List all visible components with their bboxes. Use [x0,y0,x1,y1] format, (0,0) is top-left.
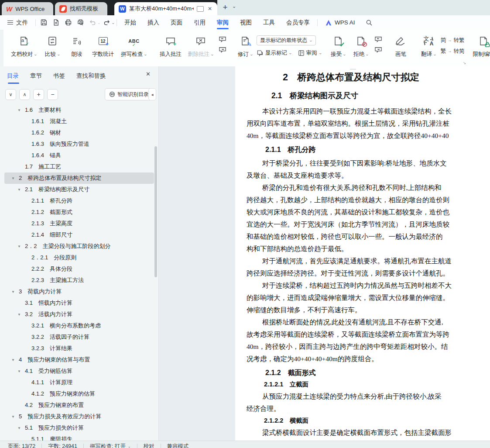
toc-item[interactable]: 2．2.1分段原则 [4,252,154,263]
page-indicator[interactable]: 页面: 13/72 [0,443,41,448]
toc-item[interactable]: 2.2.3主梁施工方法 [4,275,154,286]
next-comment-icon[interactable] [218,46,227,53]
toc-item[interactable]: ▼4.1受力钢筋估算 [4,365,154,377]
expand-arrow-icon[interactable]: ▼ [11,290,15,294]
sidebar-tab-find-replace[interactable]: 查找和替换 [76,72,106,84]
toc-item[interactable]: 2.1.1桥孔分跨 [4,195,154,207]
toc-item[interactable]: 4.1.1计算原理 [4,377,154,388]
show-markup-button[interactable]: 显示标记⌄ [257,49,292,57]
expand-arrow-icon[interactable]: ▼ [17,108,21,112]
delete-comment-button[interactable]: 删除批注⌄ [185,30,216,58]
sidebar-tab-bookmarks[interactable]: 书签 [53,72,65,84]
expand-arrow-icon[interactable]: ▼ [17,426,21,430]
toc-item[interactable]: 2.2.2具体分段 [4,263,154,275]
menu-tab-reference[interactable]: 引用 [188,15,211,30]
tab-list-chevron-icon[interactable]: ⌄ [232,3,236,9]
simplified-to-traditional-button[interactable]: 简→ 转繁 [440,36,464,44]
spellcheck-toggle[interactable]: 拼写检查: 打开⌄ [84,443,137,448]
tab-wps-home[interactable]: W WPS Office [2,2,53,15]
toc-item[interactable]: ▼2桥跨总体布置及结构尺寸拟定 [4,172,154,184]
toc-item[interactable]: ▼5预应力损失及有效应力的计算 [4,411,154,422]
compatibility-mode-indicator[interactable]: 兼容模式 [161,443,195,448]
toc-item[interactable]: 1.6.2钢材 [4,127,154,138]
restrict-editing-button[interactable]: 限制编辑 [469,30,490,58]
print-preview-button[interactable] [75,17,86,28]
proofread-button[interactable]: a ✓ 文档校对⌄ [8,30,40,58]
toc-item[interactable]: ▼4预应力钢束的估算与布置 [4,354,154,365]
review-pane-button[interactable]: 审阅⌄ [298,49,322,57]
next-revision-icon[interactable] [374,46,383,53]
undo-chevron-icon[interactable]: ⌄ [97,21,101,25]
toc-item[interactable]: 3.2.1横向分布系数的考虑 [4,320,154,331]
toc-item[interactable]: 3.2.3计算结果 [4,343,154,354]
menu-tab-membership[interactable]: 会员专享 [281,15,315,30]
undo-button[interactable] [87,17,98,28]
sidebar-scrollbar[interactable] [154,146,157,277]
redo-chevron-icon[interactable]: ⌄ [112,21,115,25]
menu-tab-page[interactable]: 页面 [165,15,188,30]
collapse-all-button[interactable]: ∧ [19,89,30,100]
toc-item[interactable]: 3.2.2活载因子的计算 [4,331,154,343]
toc-item[interactable]: 1.7施工工艺 [4,161,154,172]
mark-state-select[interactable]: 显示标记的最终状态⌄ [257,35,316,45]
toc-item[interactable]: ▼5.1预应力损失的计算 [4,422,154,434]
menu-tab-view[interactable]: 视图 [234,15,257,30]
proofread-status[interactable]: 校对 [137,443,161,448]
close-sidebar-icon[interactable]: ✕ [146,71,151,77]
tab-docer-templates[interactable]: 找稻壳模板 [55,2,107,15]
toc-item[interactable]: 1.6.3纵向预应力管道 [4,138,154,150]
compare-button[interactable]: 比较⌄ [40,30,65,58]
paragraph-drag-handle-icon[interactable] [340,75,343,80]
expand-arrow-icon[interactable]: ▼ [17,369,21,373]
smart-recognize-toc-button[interactable]: 智能识别目录 [105,88,153,100]
toc-item[interactable]: 2.1.3主梁高度 [4,218,154,229]
toc-item[interactable]: 2.1.4细部尺寸 [4,229,154,241]
word-count-indicator[interactable]: 字数: 24941 [42,443,83,448]
group-expand-icon[interactable]: ↘ [463,61,466,65]
expand-arrow-icon[interactable]: ▼ [17,313,21,317]
toc-item[interactable]: ▼3.2活载内力计算 [4,309,154,320]
close-tab-icon[interactable]: ✕ [207,6,213,12]
zoom-in-outline-button[interactable]: + [33,89,44,100]
save-button[interactable] [38,17,49,28]
word-count-button[interactable]: 12 + 字数统计 [89,30,117,58]
tab-document[interactable]: W 某市大桥40m+40m+40m+40 ✕ [114,2,217,15]
ink-pen-button[interactable]: 画笔 [390,30,411,58]
menu-tab-review[interactable]: 审阅 [211,15,234,30]
new-tab-button[interactable]: + [219,1,231,14]
expand-arrow-icon[interactable]: ▼ [11,176,15,180]
zoom-out-outline-button[interactable]: − [47,89,58,100]
wps-ai-button[interactable]: WPS AI [319,15,361,30]
search-icon[interactable] [363,17,375,28]
export-pdf-button[interactable] [50,17,62,28]
toc-item[interactable]: 3.1恒载内力计算 [4,297,154,309]
file-menu[interactable]: 文件 [2,15,34,30]
toc-item[interactable]: ▼2．2主梁分段与施工阶段的划分 [4,241,154,252]
sidebar-tab-contents[interactable]: 目录 [7,72,19,84]
expand-arrow-icon[interactable]: ▼ [11,415,15,419]
toc-item[interactable]: 4.1.2预应力钢束的估算 [4,388,154,400]
insert-comment-button[interactable]: + 插入批注 [156,30,185,58]
toc-item[interactable]: 2.1.2截面形式 [4,207,154,218]
accept-revision-button[interactable]: 接受⌄ [327,30,350,58]
menu-tab-insert[interactable]: 插入 [142,15,165,30]
collapse-sidebar-button[interactable]: ◂ [148,88,156,100]
toc-item[interactable]: ▼3荷载内力计算 [4,286,154,297]
document-page[interactable]: 2 桥跨总体布置及结构尺寸拟定2.1 桥梁结构图示及尺寸本设计方案采用四跨一联预… [235,66,490,448]
expand-arrow-icon[interactable]: ▼ [11,358,15,362]
sidebar-tab-chapters[interactable]: 章节 [30,72,42,84]
screen-share-icon[interactable] [197,6,204,12]
expand-all-button[interactable]: ∨ [5,89,16,100]
expand-arrow-icon[interactable]: ▼ [17,245,21,248]
track-changes-button[interactable]: ✎ 修订⌄ [234,30,257,58]
read-aloud-button[interactable]: 朗读 [65,30,89,58]
translate-button[interactable]: 文 A 翻译⌄ [417,30,440,58]
toc-item[interactable]: 1.6.1混凝土 [4,116,154,127]
spell-check-button[interactable]: ABC ✓ 拼写检查⌄ [117,30,151,58]
toc-item[interactable]: ▼1.6主要材料 [4,104,154,116]
toc-item[interactable]: ▼2.1桥梁结构图示及尺寸 [4,184,154,195]
previous-comment-icon[interactable] [218,36,227,43]
menu-tab-home[interactable]: 开始 [119,15,142,30]
traditional-to-simplified-button[interactable]: 繁→ 转简 [440,47,464,55]
expand-arrow-icon[interactable]: ▼ [17,188,21,192]
